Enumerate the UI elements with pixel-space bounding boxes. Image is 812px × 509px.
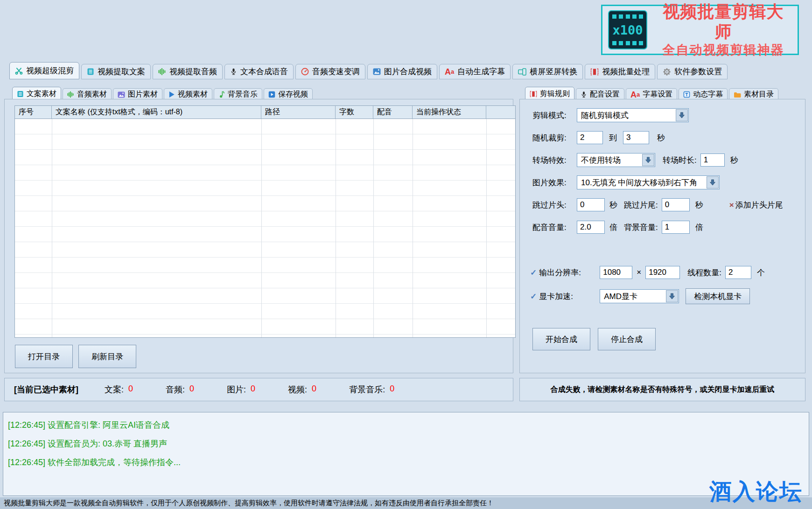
- transition-length-input[interactable]: [700, 153, 725, 167]
- random-cut-max-input[interactable]: [623, 131, 649, 144]
- skip-head-input[interactable]: [577, 198, 605, 211]
- tab-label: 软件参数设置: [674, 66, 722, 77]
- tab-batch-video[interactable]: 视频批量处理: [585, 64, 655, 79]
- tab-label: 视频提取音频: [169, 66, 217, 77]
- tab-text-to-speech[interactable]: 文本合成语音: [224, 64, 294, 79]
- col-header-index: 序号: [15, 106, 52, 119]
- tab-auto-subtitles[interactable]: Aa 自动生成字幕: [439, 64, 511, 79]
- selection-count: 0: [312, 384, 316, 395]
- voice-volume-input[interactable]: [577, 221, 605, 234]
- range-to-label: 到: [609, 132, 617, 143]
- open-directory-button[interactable]: 打开目录: [15, 345, 73, 368]
- checkbox-checked-icon[interactable]: ✓: [530, 292, 537, 301]
- table-body[interactable]: [15, 119, 515, 337]
- image-icon: [118, 91, 125, 98]
- refresh-directory-button[interactable]: 刷新目录: [78, 345, 136, 368]
- seconds-unit-label: 秒: [609, 200, 617, 210]
- edit-mode-select[interactable]: 随机剪辑模式: [577, 108, 689, 122]
- app-logo: x100 视频批量剪辑大师 全自动视频剪辑神器: [601, 5, 799, 55]
- count-unit-label: 个: [757, 267, 765, 278]
- app-title: 视频批量剪辑大师: [655, 1, 792, 42]
- selection-count: 0: [390, 384, 394, 395]
- bg-volume-input[interactable]: [662, 221, 690, 234]
- document-icon: [17, 91, 24, 98]
- tab-software-settings[interactable]: 软件参数设置: [657, 64, 728, 79]
- tab-video-extract-audio[interactable]: 视频提取音频: [153, 64, 223, 79]
- tab-video-extract-text[interactable]: 视频提取文案: [81, 64, 151, 79]
- disclaimer-text: 视频批量剪辑大师是一款视频全自动剪辑软件，仅用于个人原创视频制作、提高剪辑效率，…: [4, 499, 494, 508]
- add-intro-outro-toggle[interactable]: ×添加片头片尾: [729, 200, 783, 210]
- tab-label: 视频提取文案: [98, 66, 145, 77]
- dropdown-arrow-icon[interactable]: [676, 109, 688, 121]
- transition-select[interactable]: 不使用转场: [577, 153, 655, 167]
- image-effect-row: 图片效果: 10.无填充 中间放大移动到右下角: [520, 175, 805, 190]
- selection-item-bgm: 背景音乐:0: [349, 384, 394, 395]
- folder-icon: [734, 91, 741, 98]
- resolution-width-input[interactable]: [600, 266, 632, 279]
- resolution-label: 输出分辨率:: [539, 267, 593, 278]
- filmstrip-icon: [530, 91, 537, 98]
- filmstrip-badge-icon: x100: [608, 10, 647, 49]
- tab-label: 素材目录: [744, 90, 774, 99]
- compose-status-box: 合成失败，请检测素材名称是否有特殊符号，或关闭显卡加速后重试: [519, 378, 805, 401]
- selection-item-text: 文案:0: [105, 384, 133, 395]
- seconds-unit-label: 秒: [657, 132, 665, 143]
- edit-mode-label: 剪辑模式:: [532, 110, 577, 121]
- skip-head-label: 跳过片头:: [532, 200, 577, 210]
- save-video-icon: [268, 91, 275, 98]
- column-divider: [486, 119, 487, 337]
- col-header-path: 路径: [261, 106, 336, 119]
- scissors-icon: [15, 67, 23, 75]
- skip-tail-label: 跳过片尾:: [624, 200, 658, 210]
- rotate-screen-icon: [518, 68, 526, 76]
- tab-video-super-mix[interactable]: 视频超级混剪: [9, 62, 79, 79]
- times-unit-label: 倍: [695, 222, 703, 233]
- play-icon: [168, 91, 175, 98]
- random-cut-min-input[interactable]: [577, 131, 603, 144]
- tab-label: 图片素材: [128, 90, 158, 99]
- tab-label: 剪辑规则: [540, 89, 570, 99]
- threads-input[interactable]: [725, 266, 751, 279]
- tab-image-to-video[interactable]: 图片合成视频: [367, 64, 437, 79]
- detect-gpu-button[interactable]: 检测本机显卡: [686, 288, 750, 304]
- gpu-value: AMD显卡: [604, 291, 637, 302]
- image-effect-select[interactable]: 10.无填充 中间放大移动到右下角: [577, 175, 720, 189]
- tab-audio-speed-pitch[interactable]: 音频变速变调: [295, 64, 365, 79]
- waveform-icon: [67, 91, 74, 98]
- column-divider: [373, 119, 374, 337]
- logo-badge-text: x100: [612, 24, 643, 36]
- filmstrip-icon: [590, 68, 599, 76]
- column-divider: [261, 119, 262, 337]
- log-box[interactable]: [12:26:45] 设置配音引擎: 阿里云AI语音合成 [12:26:45] …: [3, 412, 809, 496]
- log-line: [12:26:45] 设置配音引擎: 阿里云AI语音合成: [8, 419, 804, 431]
- text-box-icon: [683, 91, 690, 98]
- threads-label: 线程数量:: [687, 267, 721, 278]
- gear-icon: [663, 68, 671, 76]
- gpu-label: 显卡加速:: [539, 291, 593, 302]
- checkbox-checked-icon[interactable]: ✓: [530, 268, 537, 278]
- image-icon: [373, 68, 381, 75]
- start-compose-button[interactable]: 开始合成: [532, 328, 590, 350]
- selection-label: 视频:: [288, 384, 307, 395]
- log-line: [12:26:45] 设置配音员为: 03.赤哥 直播男声: [8, 438, 804, 449]
- dropdown-arrow-icon[interactable]: [642, 154, 654, 166]
- col-header-extra: [486, 106, 515, 119]
- column-divider: [336, 119, 336, 337]
- transition-label: 转场特效:: [532, 155, 577, 166]
- tab-label: 字幕设置: [643, 90, 672, 99]
- microphone-icon: [581, 91, 587, 98]
- resolution-height-input[interactable]: [645, 266, 680, 279]
- stop-compose-button[interactable]: 停止合成: [598, 328, 656, 350]
- gpu-select[interactable]: AMD显卡: [600, 289, 679, 303]
- image-effect-value: 10.无填充 中间放大移动到右下角: [581, 177, 697, 188]
- skip-tail-input[interactable]: [662, 198, 690, 211]
- random-cut-row: 随机裁剪: 到 秒: [520, 130, 805, 145]
- left-panel: 序号 文案名称 (仅支持txt格式，编码：utf-8) 路径 字数 配音 当前操…: [4, 99, 513, 373]
- tab-landscape-portrait[interactable]: 横屏竖屏转换: [512, 64, 583, 79]
- document-icon: [87, 68, 94, 76]
- tab-label: 图片合成视频: [384, 66, 432, 77]
- compose-buttons-row: 开始合成 停止合成: [520, 328, 805, 350]
- dropdown-arrow-icon[interactable]: [707, 176, 719, 188]
- dropdown-arrow-icon[interactable]: [666, 290, 678, 302]
- times-unit-label: 倍: [609, 222, 617, 233]
